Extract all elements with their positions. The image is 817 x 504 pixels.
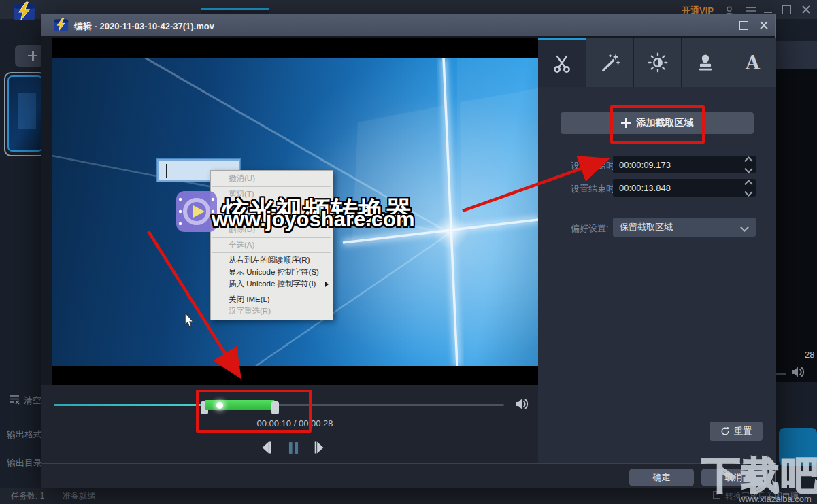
- scissors-icon: [552, 54, 572, 74]
- chevron-up-icon[interactable]: [744, 180, 753, 188]
- timeline-played[interactable]: [54, 404, 207, 406]
- stamp-icon: [695, 52, 716, 73]
- reset-label: 重置: [734, 425, 752, 437]
- tab-trim[interactable]: [538, 38, 586, 87]
- main-minimize-button[interactable]: [764, 12, 772, 13]
- video-thumbnail[interactable]: [4, 72, 46, 156]
- brightness-icon: [648, 52, 668, 73]
- mouse-cursor: [184, 313, 195, 331]
- tab-text[interactable]: A: [729, 38, 776, 87]
- dialog-maximize-button[interactable]: [739, 21, 748, 30]
- main-speaker-icon[interactable]: [790, 365, 807, 382]
- pause-button[interactable]: [288, 441, 299, 457]
- tool-tabs: A: [538, 38, 776, 87]
- end-time-spinner[interactable]: [741, 179, 756, 197]
- main-maximize-button[interactable]: [782, 5, 791, 14]
- magic-wand-icon: [600, 52, 620, 73]
- main-preview-video-peek: [776, 69, 817, 382]
- clear-list-icon[interactable]: [9, 394, 20, 407]
- site-watermark-url: www.xiazaiba.com: [739, 494, 812, 504]
- main-duration-fragment: 28: [805, 350, 814, 360]
- output-dir-label: 输出目录:: [7, 457, 41, 469]
- thumbnail-highlight: [18, 93, 36, 129]
- main-volume-slider[interactable]: [776, 373, 786, 375]
- tab-effect[interactable]: [586, 38, 633, 87]
- status-bar: [0, 488, 817, 504]
- next-frame-button[interactable]: [314, 441, 325, 457]
- letter-a-icon: A: [746, 52, 760, 73]
- chevron-down-icon[interactable]: [744, 188, 753, 197]
- preference-label: 偏好设置:: [571, 222, 609, 235]
- tab-adjust[interactable]: [633, 38, 681, 87]
- menu-item[interactable]: 关闭 IME(L): [211, 294, 333, 306]
- ready-status-label: 准备就绪: [63, 490, 95, 502]
- chevron-down-icon: [740, 223, 749, 232]
- start-time-field[interactable]: 00:00:09.173: [613, 156, 756, 173]
- preference-value: 保留截取区域: [613, 221, 741, 233]
- menu-item[interactable]: 从右到左的阅读顺序(R): [211, 254, 333, 267]
- reset-icon: [720, 426, 730, 436]
- thumbnail-image: [7, 75, 43, 152]
- clear-list-label[interactable]: 清空: [24, 394, 41, 407]
- video-frame: 撤消(U) 剪切(T) 复制(C) 粘贴(P) 删除(D) 全选(A) 从右到左…: [52, 58, 538, 366]
- speaker-icon[interactable]: [514, 397, 531, 414]
- task-count-label: 任务数: 1: [11, 490, 44, 502]
- menu-separator: [212, 237, 331, 238]
- plus-icon: [28, 51, 37, 61]
- dialog-app-icon: [54, 18, 69, 35]
- menu-item[interactable]: 显示 Unicode 控制字符(S): [211, 267, 333, 279]
- main-app-icon: [14, 1, 35, 24]
- menu-item[interactable]: 全选(A): [211, 239, 333, 252]
- start-time-value[interactable]: 00:00:09.173: [613, 160, 741, 170]
- annotation-box-add-region: [610, 105, 705, 144]
- submenu-arrow-icon: [325, 282, 329, 287]
- start-time-spinner[interactable]: [741, 156, 756, 173]
- menu-item-label: 插入 Unicode 控制字符(I): [229, 280, 316, 288]
- menu-separator: [212, 186, 331, 187]
- chevron-up-icon[interactable]: [744, 156, 753, 165]
- preference-dropdown[interactable]: 保留截取区域: [613, 218, 756, 237]
- menu-item[interactable]: 撤消(U): [211, 173, 333, 185]
- edit-dialog: 编辑 - 2020-11-03-10-42-37(1).mov: [41, 14, 776, 488]
- main-preview-peek: [776, 41, 817, 69]
- prev-frame-button[interactable]: [261, 441, 272, 457]
- output-format-label: 输出格式:: [7, 429, 41, 441]
- ok-button[interactable]: 确定: [629, 469, 694, 486]
- menu-item-with-submenu[interactable]: 插入 Unicode 控制字符(I): [211, 278, 333, 290]
- tab-watermark[interactable]: [681, 38, 729, 87]
- menu-separator: [212, 252, 331, 253]
- main-close-button[interactable]: [801, 5, 811, 14]
- text-cursor: [166, 164, 167, 178]
- dialog-close-button[interactable]: [759, 20, 769, 30]
- annotation-box-timeline: [196, 390, 312, 433]
- reset-button[interactable]: 重置: [710, 422, 763, 441]
- end-time-field[interactable]: 00:00:13.848: [613, 179, 756, 197]
- dialog-title: 编辑 - 2020-11-03-10-42-37(1).mov: [74, 20, 214, 33]
- watermark-url-text: www.joyoshare.com: [212, 207, 415, 232]
- menu-item[interactable]: 汉字重选(R): [211, 305, 333, 318]
- end-time-value[interactable]: 00:00:13.848: [613, 183, 741, 193]
- chevron-down-icon[interactable]: [744, 165, 753, 173]
- menu-separator: [212, 292, 331, 292]
